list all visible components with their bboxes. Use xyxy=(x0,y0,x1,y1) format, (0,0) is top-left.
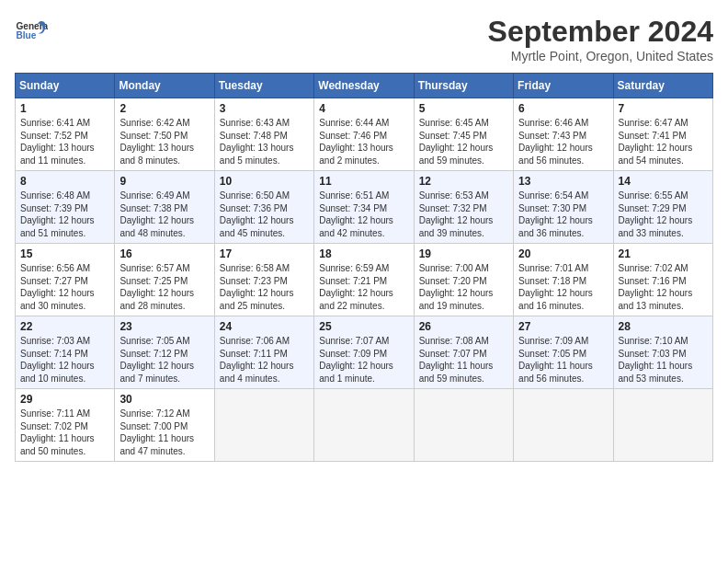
day-number: 17 xyxy=(220,247,309,260)
day-info: Sunrise: 7:05 AMSunset: 7:12 PMDaylight:… xyxy=(119,335,209,385)
calendar-day-cell: 20Sunrise: 7:01 AMSunset: 7:18 PMDayligh… xyxy=(514,244,613,316)
location-title: Myrtle Point, Oregon, United States xyxy=(488,49,713,63)
day-number: 29 xyxy=(20,393,109,406)
day-info: Sunrise: 7:06 AMSunset: 7:11 PMDaylight:… xyxy=(220,335,309,385)
calendar-day-cell xyxy=(613,389,712,462)
svg-text:Blue: Blue xyxy=(16,30,36,40)
calendar-day-cell: 17Sunrise: 6:58 AMSunset: 7:23 PMDayligh… xyxy=(214,244,313,316)
day-number: 10 xyxy=(220,175,309,188)
day-info: Sunrise: 7:11 AMSunset: 7:02 PMDaylight:… xyxy=(20,408,109,457)
calendar-week-row: 22Sunrise: 7:03 AMSunset: 7:14 PMDayligh… xyxy=(16,316,713,389)
day-number: 12 xyxy=(419,175,508,188)
day-number: 6 xyxy=(518,102,608,115)
weekday-header: Sunday xyxy=(16,74,115,98)
calendar-week-row: 29Sunrise: 7:11 AMSunset: 7:02 PMDayligh… xyxy=(16,389,713,462)
day-number: 26 xyxy=(419,320,508,333)
day-info: Sunrise: 6:45 AMSunset: 7:45 PMDaylight:… xyxy=(419,117,508,167)
calendar-day-cell: 3Sunrise: 6:43 AMSunset: 7:48 PMDaylight… xyxy=(214,98,313,171)
page-header: General Blue September 2024 Myrtle Point… xyxy=(15,15,713,63)
day-number: 9 xyxy=(119,175,209,188)
day-number: 4 xyxy=(319,102,408,115)
calendar-day-cell: 28Sunrise: 7:10 AMSunset: 7:03 PMDayligh… xyxy=(613,316,712,389)
day-number: 15 xyxy=(20,247,109,260)
calendar-day-cell: 11Sunrise: 6:51 AMSunset: 7:34 PMDayligh… xyxy=(314,171,414,244)
day-info: Sunrise: 6:49 AMSunset: 7:38 PMDaylight:… xyxy=(119,190,209,239)
day-number: 14 xyxy=(619,175,708,188)
calendar-day-cell: 12Sunrise: 6:53 AMSunset: 7:32 PMDayligh… xyxy=(414,171,513,244)
calendar-day-cell: 19Sunrise: 7:00 AMSunset: 7:20 PMDayligh… xyxy=(414,244,513,316)
calendar-day-cell: 15Sunrise: 6:56 AMSunset: 7:27 PMDayligh… xyxy=(16,244,115,316)
day-info: Sunrise: 7:03 AMSunset: 7:14 PMDaylight:… xyxy=(20,335,109,385)
calendar-day-cell xyxy=(214,389,313,462)
day-info: Sunrise: 6:42 AMSunset: 7:50 PMDaylight:… xyxy=(119,117,209,167)
calendar-day-cell: 29Sunrise: 7:11 AMSunset: 7:02 PMDayligh… xyxy=(16,389,115,462)
day-info: Sunrise: 7:00 AMSunset: 7:20 PMDaylight:… xyxy=(419,262,508,312)
day-number: 13 xyxy=(518,175,608,188)
day-number: 5 xyxy=(419,102,508,115)
weekday-header: Wednesday xyxy=(314,74,414,98)
calendar-week-row: 1Sunrise: 6:41 AMSunset: 7:52 PMDaylight… xyxy=(16,98,713,171)
calendar-day-cell: 27Sunrise: 7:09 AMSunset: 7:05 PMDayligh… xyxy=(514,316,613,389)
day-info: Sunrise: 7:09 AMSunset: 7:05 PMDaylight:… xyxy=(518,335,608,385)
day-number: 27 xyxy=(518,320,608,333)
calendar-day-cell: 2Sunrise: 6:42 AMSunset: 7:50 PMDaylight… xyxy=(115,98,214,171)
calendar-day-cell: 5Sunrise: 6:45 AMSunset: 7:45 PMDaylight… xyxy=(414,98,513,171)
day-number: 3 xyxy=(220,102,309,115)
day-number: 28 xyxy=(619,320,708,333)
calendar-day-cell: 16Sunrise: 6:57 AMSunset: 7:25 PMDayligh… xyxy=(115,244,214,316)
day-number: 18 xyxy=(319,247,408,260)
calendar-day-cell xyxy=(414,389,513,462)
calendar-day-cell xyxy=(314,389,414,462)
calendar-week-row: 8Sunrise: 6:48 AMSunset: 7:39 PMDaylight… xyxy=(16,171,713,244)
day-info: Sunrise: 7:02 AMSunset: 7:16 PMDaylight:… xyxy=(619,262,708,312)
day-info: Sunrise: 6:53 AMSunset: 7:32 PMDaylight:… xyxy=(419,190,508,239)
day-info: Sunrise: 6:41 AMSunset: 7:52 PMDaylight:… xyxy=(20,117,109,167)
calendar-day-cell: 26Sunrise: 7:08 AMSunset: 7:07 PMDayligh… xyxy=(414,316,513,389)
calendar-table: SundayMondayTuesdayWednesdayThursdayFrid… xyxy=(15,73,713,462)
calendar-day-cell: 13Sunrise: 6:54 AMSunset: 7:30 PMDayligh… xyxy=(514,171,613,244)
calendar-day-cell: 7Sunrise: 6:47 AMSunset: 7:41 PMDaylight… xyxy=(613,98,712,171)
day-number: 8 xyxy=(20,175,109,188)
day-number: 30 xyxy=(119,393,209,406)
day-info: Sunrise: 6:59 AMSunset: 7:21 PMDaylight:… xyxy=(319,262,408,312)
day-info: Sunrise: 6:47 AMSunset: 7:41 PMDaylight:… xyxy=(619,117,708,167)
calendar-day-cell: 21Sunrise: 7:02 AMSunset: 7:16 PMDayligh… xyxy=(613,244,712,316)
day-info: Sunrise: 7:10 AMSunset: 7:03 PMDaylight:… xyxy=(619,335,708,385)
calendar-day-cell: 8Sunrise: 6:48 AMSunset: 7:39 PMDaylight… xyxy=(16,171,115,244)
calendar-day-cell: 18Sunrise: 6:59 AMSunset: 7:21 PMDayligh… xyxy=(314,244,414,316)
day-info: Sunrise: 6:58 AMSunset: 7:23 PMDaylight:… xyxy=(220,262,309,312)
calendar-day-cell: 6Sunrise: 6:46 AMSunset: 7:43 PMDaylight… xyxy=(514,98,613,171)
day-info: Sunrise: 6:57 AMSunset: 7:25 PMDaylight:… xyxy=(119,262,209,312)
day-number: 21 xyxy=(619,247,708,260)
day-number: 23 xyxy=(119,320,209,333)
calendar-day-cell: 10Sunrise: 6:50 AMSunset: 7:36 PMDayligh… xyxy=(214,171,313,244)
day-number: 24 xyxy=(220,320,309,333)
day-info: Sunrise: 7:01 AMSunset: 7:18 PMDaylight:… xyxy=(518,262,608,312)
calendar-day-cell: 23Sunrise: 7:05 AMSunset: 7:12 PMDayligh… xyxy=(115,316,214,389)
day-number: 19 xyxy=(419,247,508,260)
day-number: 25 xyxy=(319,320,408,333)
calendar-day-cell: 14Sunrise: 6:55 AMSunset: 7:29 PMDayligh… xyxy=(613,171,712,244)
calendar-day-cell: 25Sunrise: 7:07 AMSunset: 7:09 PMDayligh… xyxy=(314,316,414,389)
weekday-header: Monday xyxy=(115,74,214,98)
calendar-day-cell: 1Sunrise: 6:41 AMSunset: 7:52 PMDaylight… xyxy=(16,98,115,171)
day-info: Sunrise: 6:43 AMSunset: 7:48 PMDaylight:… xyxy=(220,117,309,167)
day-number: 7 xyxy=(619,102,708,115)
calendar-day-cell xyxy=(514,389,613,462)
day-info: Sunrise: 6:46 AMSunset: 7:43 PMDaylight:… xyxy=(518,117,608,167)
calendar-day-cell: 30Sunrise: 7:12 AMSunset: 7:00 PMDayligh… xyxy=(115,389,214,462)
day-info: Sunrise: 6:55 AMSunset: 7:29 PMDaylight:… xyxy=(619,190,708,239)
day-info: Sunrise: 6:56 AMSunset: 7:27 PMDaylight:… xyxy=(20,262,109,312)
day-info: Sunrise: 7:12 AMSunset: 7:00 PMDaylight:… xyxy=(119,408,209,457)
day-info: Sunrise: 7:07 AMSunset: 7:09 PMDaylight:… xyxy=(319,335,408,385)
weekday-header: Friday xyxy=(514,74,613,98)
calendar-day-cell: 9Sunrise: 6:49 AMSunset: 7:38 PMDaylight… xyxy=(115,171,214,244)
day-number: 11 xyxy=(319,175,408,188)
weekday-header: Saturday xyxy=(613,74,712,98)
day-number: 16 xyxy=(119,247,209,260)
calendar-week-row: 15Sunrise: 6:56 AMSunset: 7:27 PMDayligh… xyxy=(16,244,713,316)
day-info: Sunrise: 6:44 AMSunset: 7:46 PMDaylight:… xyxy=(319,117,408,167)
weekday-header-row: SundayMondayTuesdayWednesdayThursdayFrid… xyxy=(16,74,713,98)
logo: General Blue xyxy=(15,15,48,48)
day-number: 2 xyxy=(119,102,209,115)
